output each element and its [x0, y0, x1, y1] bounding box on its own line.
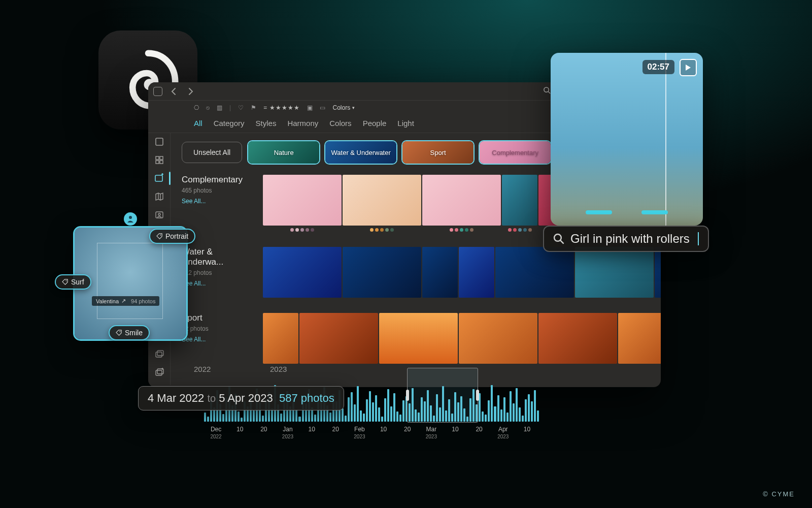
tag-surf[interactable]: Surf [55, 274, 91, 290]
see-all-link[interactable]: See All... [182, 198, 206, 205]
timeline-handle-right[interactable] [476, 390, 479, 401]
video-search-field[interactable]: Girl in pink with rollers [543, 226, 709, 252]
tab-harmony[interactable]: Harmony [287, 119, 318, 128]
person-name-badge: Valentina↗ 94 photos [92, 296, 159, 306]
thumbnail[interactable] [263, 313, 298, 364]
chip-water[interactable]: Water & Underwater [325, 141, 396, 164]
video-duration: 02:57 [642, 60, 674, 74]
svg-point-18 [129, 216, 132, 219]
crop-icon[interactable]: ▣ [307, 104, 313, 111]
see-all-link[interactable]: See All... [182, 336, 206, 343]
svg-point-22 [554, 234, 561, 241]
thumbnail[interactable] [343, 175, 421, 226]
svg-rect-8 [160, 156, 163, 160]
tab-all[interactable]: All [194, 119, 202, 128]
thumbnail[interactable] [299, 313, 378, 364]
chip-nature[interactable]: Nature [248, 141, 319, 164]
person-badge-icon [124, 212, 137, 226]
heart-icon[interactable]: ♡ [238, 104, 244, 111]
svg-line-23 [560, 240, 563, 243]
thumbnail[interactable] [343, 247, 421, 298]
svg-rect-6 [156, 138, 163, 145]
credit-label: © CYME [763, 490, 795, 498]
timeline-selection[interactable] [407, 368, 478, 423]
tag-icon[interactable]: ⎔ [194, 104, 199, 111]
section-title: Water & Underwa... [182, 247, 253, 267]
thumbnail[interactable] [422, 175, 501, 226]
thumbnail[interactable] [379, 313, 458, 364]
thumbnail[interactable] [459, 313, 537, 364]
svg-rect-7 [156, 156, 159, 160]
thumbnail[interactable] [575, 247, 654, 298]
sidebar-map-icon[interactable] [154, 191, 165, 202]
section-count: 32 photos [182, 325, 253, 332]
tab-people[interactable]: People [363, 119, 387, 128]
sidebar-stack-add-icon[interactable] [154, 367, 165, 378]
thumbnail[interactable] [538, 313, 617, 364]
svg-point-21 [119, 331, 120, 332]
unselect-all-button[interactable]: Unselect All [182, 142, 242, 163]
svg-point-13 [158, 213, 160, 215]
flag-icon[interactable]: ⚑ [251, 104, 256, 111]
tab-light[interactable]: Light [397, 119, 414, 128]
video-search-text: Girl in pink with rollers [570, 232, 690, 246]
landscape-icon[interactable]: ▭ [320, 104, 325, 111]
section-count: 465 photos [182, 187, 253, 194]
tag-portrait[interactable]: Portrait [149, 229, 195, 244]
nav-forward-button[interactable] [185, 85, 197, 98]
sidebar-grid-icon[interactable] [154, 154, 165, 166]
svg-rect-14 [156, 352, 162, 357]
thumbnail[interactable] [495, 247, 574, 298]
thumbnail[interactable] [459, 247, 494, 298]
svg-point-19 [160, 234, 161, 235]
thumbnail[interactable] [655, 247, 661, 298]
sidebar-square-icon[interactable] [154, 136, 165, 147]
thumbnail[interactable] [502, 175, 537, 226]
sidebar-stack-icon[interactable] [154, 348, 165, 360]
svg-rect-9 [156, 161, 159, 164]
rating-stars[interactable]: = ★★★★★ [263, 104, 300, 111]
tab-category[interactable]: Category [214, 119, 245, 128]
svg-point-20 [65, 280, 66, 281]
svg-line-2 [549, 91, 551, 93]
thumbnail[interactable] [263, 247, 342, 298]
nav-back-button[interactable] [167, 85, 180, 98]
colors-dropdown[interactable]: Colors▾ [332, 104, 355, 111]
thumbnail[interactable] [618, 313, 661, 364]
svg-rect-11 [155, 175, 162, 181]
tag-smile[interactable]: Smile [109, 325, 150, 340]
chip-sport[interactable]: Sport [402, 141, 473, 164]
section-count: 112 photos [182, 269, 253, 276]
portrait-card[interactable]: Valentina↗ 94 photos [75, 228, 186, 339]
video-playhead[interactable] [665, 53, 666, 226]
sidebar-add-image-icon[interactable] [154, 173, 165, 184]
section-title: Sport [182, 313, 253, 323]
timeline[interactable]: 2022 2023 Dec20221020Jan20231020Feb20231… [204, 361, 539, 447]
face-rect [97, 243, 163, 319]
svg-rect-16 [156, 370, 162, 375]
sidebar-toggle-icon[interactable] [153, 87, 162, 96]
timeline-range-display: 4 Mar 2022 to 5 Apr 2023 587 photos [138, 386, 344, 410]
play-button[interactable] [680, 59, 697, 76]
album-icon[interactable]: ▥ [217, 104, 222, 111]
svg-rect-10 [160, 161, 163, 164]
svg-rect-15 [157, 351, 163, 356]
search-icon[interactable] [543, 86, 551, 96]
svg-point-1 [544, 87, 549, 92]
section-title: Complementary [182, 175, 253, 185]
tab-colors[interactable]: Colors [329, 119, 351, 128]
person-icon[interactable]: ⍉ [206, 104, 210, 111]
svg-rect-12 [156, 212, 163, 218]
timeline-handle-left[interactable] [406, 390, 409, 401]
thumbnail[interactable] [263, 175, 342, 226]
chip-complementary[interactable]: Complementary [480, 141, 551, 164]
tab-styles[interactable]: Styles [256, 119, 277, 128]
thumbnail[interactable] [422, 247, 458, 298]
sidebar-people-icon[interactable] [154, 209, 165, 220]
video-preview-card[interactable]: 02:57 [551, 53, 703, 226]
